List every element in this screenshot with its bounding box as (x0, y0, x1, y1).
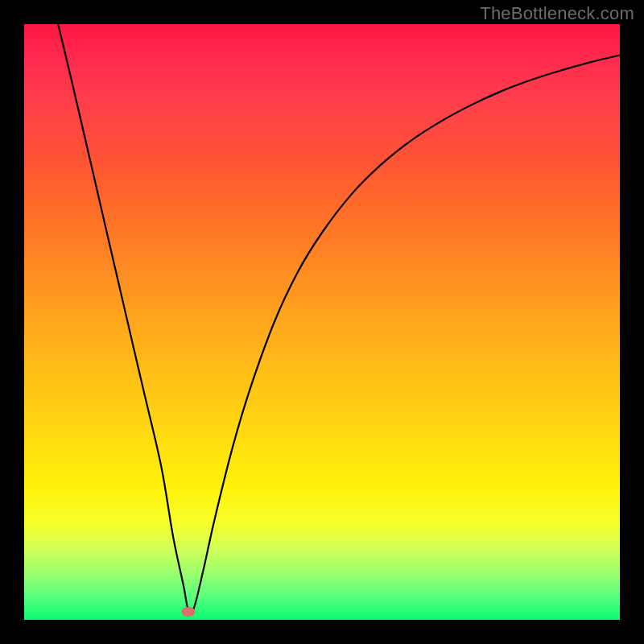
chart-frame: TheBottleneck.com (0, 0, 644, 644)
watermark-text: TheBottleneck.com (480, 3, 634, 24)
bottleneck-curve (24, 24, 620, 620)
plot-area (24, 24, 620, 620)
nadir-marker (182, 607, 196, 617)
